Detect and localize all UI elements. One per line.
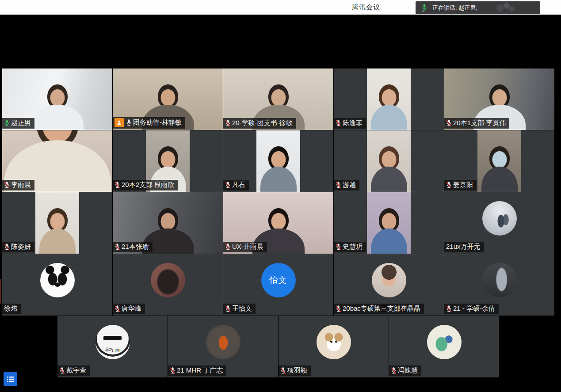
- name-label: 陈逸菲: [334, 118, 366, 129]
- name-label: 王怡文: [223, 304, 256, 314]
- video-frame: [367, 69, 411, 130]
- speaking-label: 正在讲话: 赵正男;: [432, 4, 477, 12]
- participant-tile[interactable]: 21ux万开元: [444, 192, 554, 254]
- participant-name: 21本张瑜: [122, 243, 149, 251]
- participant-tile[interactable]: 乖巧.jpg 戴宇萱: [57, 316, 168, 377]
- participant-tile[interactable]: 团务助管-林静敏: [113, 69, 223, 130]
- participant-tile[interactable]: 游越: [334, 130, 444, 192]
- anime-boy-photo-avatar: [151, 263, 185, 297]
- participant-tile[interactable]: 徐炜: [2, 254, 112, 316]
- name-label: 21本张瑜: [113, 242, 153, 252]
- participant-name: 赵正男: [11, 119, 31, 127]
- participant-name: 21ux万开元: [446, 243, 481, 251]
- outdoor-walk-photo-avatar: [482, 201, 517, 236]
- participant-tile[interactable]: 陈逸菲: [334, 69, 444, 130]
- participant-name: 游越: [343, 181, 356, 189]
- name-label: 游越: [334, 180, 359, 190]
- name-label: 20-学硕-团支书-徐敏: [223, 118, 296, 129]
- participant-tile[interactable]: 20-学硕-团支书-徐敏: [223, 69, 333, 130]
- participant-tile[interactable]: UX-井雨晨: [223, 192, 333, 254]
- participant-tile[interactable]: 21本张瑜: [113, 192, 223, 254]
- participant-name: 凡石: [232, 181, 245, 189]
- participant-tile[interactable]: 冯姝慧: [389, 316, 499, 377]
- name-label: 凡石: [223, 180, 249, 190]
- name-label: 赵正男: [2, 118, 34, 129]
- participant-name: 21 MHR 丁广志: [177, 366, 223, 375]
- participants-list-button[interactable]: [4, 372, 17, 386]
- video-frame: [35, 192, 80, 254]
- mic-icon: [126, 119, 132, 126]
- mic-icon: [225, 305, 231, 312]
- participant-name: 团务助管-林静敏: [133, 118, 182, 127]
- mic-icon: [446, 305, 452, 312]
- mic-icon: [225, 119, 231, 127]
- meeting-window: 腾讯会议 正在讲话: 赵正男;: [0, 0, 561, 392]
- participant-tile[interactable]: 姜京阳: [444, 130, 554, 192]
- mic-icon: [225, 243, 231, 251]
- dog-photo-avatar: [317, 325, 351, 359]
- name-label: 团务助管-林静敏: [113, 117, 185, 129]
- participant-name: 陈姿妍: [11, 243, 31, 251]
- name-label: 唐华峰: [113, 304, 145, 314]
- mic-icon: [336, 181, 341, 189]
- panda-photo-avatar: [40, 263, 75, 297]
- participant-name: 20本2支部 段雨欣: [122, 181, 174, 189]
- participant-tile[interactable]: 史慧玥: [334, 192, 444, 254]
- participant-name: 21 - 学硕-余倩: [453, 304, 495, 313]
- name-label: 20本2支部 段雨欣: [113, 180, 178, 190]
- video-frame: [367, 130, 411, 192]
- grid-row: 陈姿妍 21本张瑜: [2, 192, 554, 254]
- avatar-text: 乖巧.jpg: [95, 347, 130, 353]
- participant-tile[interactable]: 21 - 学硕-余倩: [444, 254, 554, 316]
- participant-tile[interactable]: 陈姿妍: [2, 192, 112, 254]
- mic-icon: [280, 367, 286, 374]
- left-edge-marker: [0, 279, 1, 304]
- participant-tile[interactable]: 凡石: [223, 130, 333, 192]
- participant-tile[interactable]: 20本2支部 段雨欣: [113, 130, 223, 192]
- cartoon-monsters-photo-avatar: [427, 325, 462, 359]
- name-label: 李雨晨: [2, 180, 34, 190]
- video-frame: [477, 130, 522, 192]
- participant-name: 20本1支部 李贯伟: [453, 119, 506, 127]
- person-silhouette: [481, 146, 519, 192]
- participant-tile[interactable]: 20本1支部 李贯伟: [444, 69, 554, 130]
- person-silhouette: [370, 208, 408, 254]
- participant-name: 项羽颖: [287, 366, 307, 375]
- participant-name: 20-学硕-团支书-徐敏: [232, 119, 293, 127]
- participant-tile[interactable]: 21 MHR 丁广志: [168, 316, 278, 377]
- video-frame: [367, 192, 411, 254]
- name-label: 20本1支部 李贯伟: [444, 118, 509, 129]
- name-label: 21 - 学硕-余倩: [444, 304, 499, 314]
- participant-name: 戴宇萱: [66, 366, 86, 375]
- mic-icon: [225, 181, 231, 189]
- participant-name: 唐华峰: [122, 304, 141, 313]
- name-label: 21 MHR 丁广志: [168, 365, 226, 376]
- name-label: UX-井雨晨: [223, 242, 267, 252]
- initials-avatar: 怡文: [261, 263, 296, 297]
- name-label: 姜京阳: [444, 180, 477, 190]
- participant-tile[interactable]: 项羽颖: [279, 316, 389, 377]
- mic-icon: [446, 181, 452, 189]
- participant-name: 姜京阳: [453, 181, 473, 189]
- participant-tile[interactable]: 20bac专硕第三支部崔晶晶: [334, 254, 444, 316]
- person-silhouette: [29, 84, 86, 130]
- host-badge-icon: [114, 118, 124, 127]
- video-grid: 赵正男 团务助管-林: [2, 69, 554, 377]
- grid-row: 赵正男 团务助管-林: [2, 69, 554, 130]
- speaking-indicator: 正在讲话: 赵正男;: [416, 1, 540, 14]
- mic-icon: [170, 367, 176, 374]
- participant-tile[interactable]: 唐华峰: [113, 254, 223, 316]
- participant-tile[interactable]: 怡文 王怡文: [223, 254, 333, 316]
- name-label: 陈姿妍: [2, 242, 34, 252]
- name-label: 20bac专硕第三支部崔晶晶: [334, 304, 424, 314]
- mic-active-icon: [421, 4, 427, 12]
- mic-icon: [114, 181, 120, 189]
- video-frame: [256, 130, 301, 192]
- participant-tile[interactable]: 赵正男: [2, 69, 112, 130]
- participant-name: 李雨晨: [11, 181, 31, 189]
- name-label: 史慧玥: [334, 242, 366, 252]
- avatar-text: 怡文: [270, 274, 287, 286]
- mic-icon: [4, 181, 10, 189]
- name-label: 冯姝慧: [389, 365, 421, 376]
- participant-tile[interactable]: 李雨晨: [2, 130, 112, 192]
